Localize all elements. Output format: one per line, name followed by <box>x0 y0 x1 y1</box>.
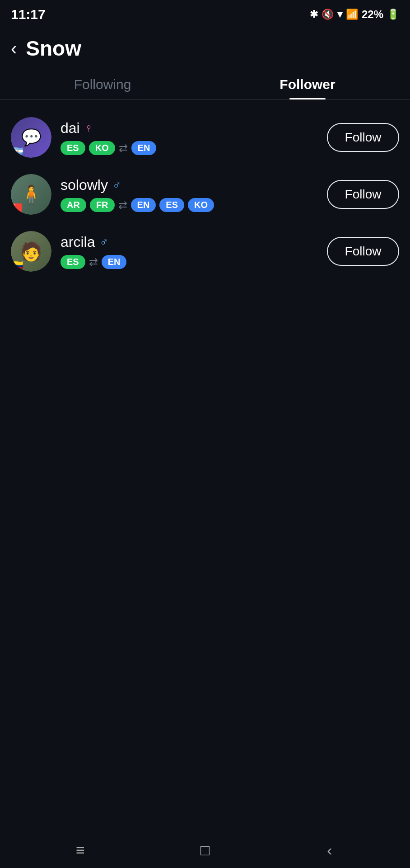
user-list: 💬 🇦🇷 dai ♀ ES KO ⇄ EN Follow 🧍 🟥 <box>0 104 410 285</box>
tag-en-arcila: EN <box>102 255 127 269</box>
follow-button-solowly[interactable]: Follow <box>327 180 399 209</box>
tag-fr-solowly: FR <box>90 198 115 212</box>
page-title: Snow <box>26 36 81 61</box>
user-name-row: solowly ♂ <box>61 177 318 193</box>
battery-icon: 🔋 <box>387 9 399 20</box>
wifi-icon: 📶 <box>346 9 358 20</box>
follow-button-arcila[interactable]: Follow <box>327 237 399 266</box>
list-item: 🧍 🟥 solowly ♂ AR FR ⇄ EN ES KO Follow <box>0 166 410 223</box>
sound-icon: 🔇 <box>321 9 334 20</box>
nav-back-icon[interactable]: ‹ <box>316 836 343 863</box>
user-name-arcila: arcila <box>61 234 95 250</box>
user-name-row: arcila ♂ <box>61 234 318 250</box>
user-name-dai: dai <box>61 120 80 137</box>
tag-en-dai: EN <box>131 141 157 155</box>
flag-badge-solowly: 🟥 <box>12 202 23 214</box>
location-icon: ▾ <box>337 9 342 20</box>
swap-icon-arcila: ⇄ <box>89 256 98 269</box>
tag-en-solowly: EN <box>131 198 156 212</box>
avatar: 💬 🇦🇷 <box>11 117 51 158</box>
status-icons: ✱ 🔇 ▾ 📶 22% 🔋 <box>310 8 399 21</box>
user-info-arcila: arcila ♂ ES ⇄ EN <box>61 234 318 269</box>
tag-ko-dai: KO <box>89 141 115 155</box>
status-time: 11:17 <box>11 7 46 22</box>
tags-row-dai: ES KO ⇄ EN <box>61 141 318 155</box>
tab-following[interactable]: Following <box>0 68 205 99</box>
tags-row-arcila: ES ⇄ EN <box>61 255 318 269</box>
tab-follower[interactable]: Follower <box>205 68 410 99</box>
tag-ar-solowly: AR <box>61 198 86 212</box>
nav-home-icon[interactable]: □ <box>191 836 219 863</box>
user-name-row: dai ♀ <box>61 120 318 137</box>
gender-icon-arcila: ♂ <box>99 235 108 249</box>
avatar: 🧍 🟥 <box>11 174 51 215</box>
nav-menu-icon[interactable]: ≡ <box>67 836 94 863</box>
follow-button-dai[interactable]: Follow <box>327 123 399 152</box>
back-button[interactable]: ‹ <box>11 38 17 59</box>
user-info-solowly: solowly ♂ AR FR ⇄ EN ES KO <box>61 177 318 212</box>
list-item: 💬 🇦🇷 dai ♀ ES KO ⇄ EN Follow <box>0 109 410 166</box>
gender-icon-dai: ♀ <box>84 121 93 135</box>
swap-icon-solowly: ⇄ <box>118 199 127 212</box>
tags-row-solowly: AR FR ⇄ EN ES KO <box>61 198 318 212</box>
user-name-solowly: solowly <box>61 177 108 193</box>
tag-es-arcila: ES <box>61 255 85 269</box>
header: ‹ Snow <box>0 27 410 68</box>
tag-es-dai: ES <box>61 141 85 155</box>
swap-icon-dai: ⇄ <box>119 142 128 155</box>
bluetooth-icon: ✱ <box>310 9 318 20</box>
tabs-container: Following Follower <box>0 68 410 100</box>
nav-bar: ≡ □ ‹ <box>0 832 410 868</box>
user-info-dai: dai ♀ ES KO ⇄ EN <box>61 120 318 155</box>
battery-level: 22% <box>362 8 383 21</box>
avatar: 🧑 🇨🇴 <box>11 231 51 272</box>
gender-icon-solowly: ♂ <box>112 178 121 192</box>
flag-badge-dai: 🇦🇷 <box>12 145 23 157</box>
tag-ko-solowly: KO <box>188 198 214 212</box>
flag-badge-arcila: 🇨🇴 <box>12 259 23 271</box>
tag-es-solowly: ES <box>159 198 184 212</box>
list-item: 🧑 🇨🇴 arcila ♂ ES ⇄ EN Follow <box>0 223 410 280</box>
status-bar: 11:17 ✱ 🔇 ▾ 📶 22% 🔋 <box>0 0 410 27</box>
